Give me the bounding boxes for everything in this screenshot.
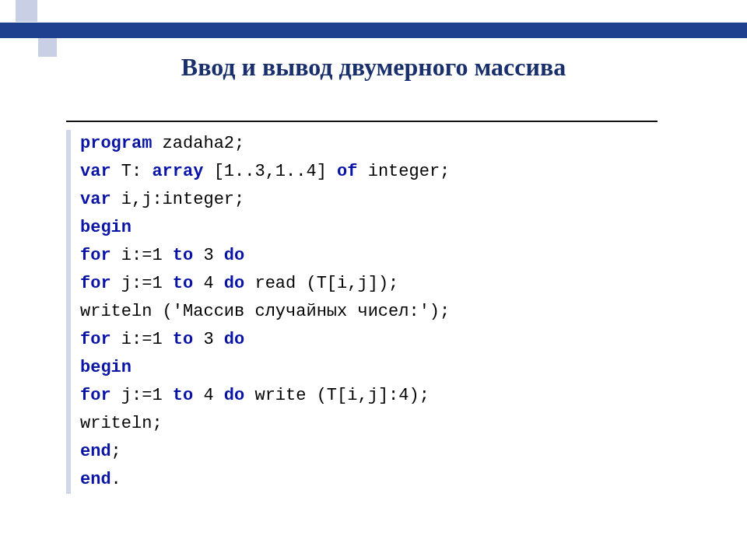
slide: Ввод и вывод двумерного массива program … bbox=[0, 0, 747, 560]
keyword-array: array bbox=[152, 162, 203, 181]
keyword-begin: begin bbox=[80, 358, 132, 377]
code-text: [1..3,1..4] bbox=[203, 162, 337, 181]
keyword-to: to bbox=[173, 274, 193, 293]
code-text: . bbox=[111, 470, 121, 489]
code-text: j:=1 bbox=[111, 274, 173, 293]
code-text: 3 bbox=[193, 246, 224, 265]
code-text: read (T[i,j]); bbox=[244, 274, 398, 293]
code-text: ; bbox=[111, 442, 121, 461]
keyword-begin: begin bbox=[80, 218, 132, 237]
keyword-for: for bbox=[80, 386, 111, 405]
keyword-of: of bbox=[337, 162, 357, 181]
keyword-do: do bbox=[224, 274, 244, 293]
code-text: i:=1 bbox=[111, 330, 173, 349]
code-text: writeln ('Массив случайных чисел:'); bbox=[80, 302, 450, 321]
code-text: 4 bbox=[193, 386, 224, 405]
keyword-for: for bbox=[80, 246, 111, 265]
code-text: 4 bbox=[193, 274, 224, 293]
keyword-program: program bbox=[80, 134, 152, 153]
code-text: write (T[i,j]:4); bbox=[244, 386, 430, 405]
code-container: program zadaha2; var T: array [1..3,1..4… bbox=[66, 121, 658, 494]
code-text: j:=1 bbox=[111, 386, 173, 405]
code-text: zadaha2; bbox=[152, 134, 244, 153]
code-text: writeln; bbox=[80, 414, 163, 433]
code-block: program zadaha2; var T: array [1..3,1..4… bbox=[66, 130, 658, 494]
decoration-square-upper bbox=[16, 0, 37, 22]
keyword-var: var bbox=[80, 190, 111, 209]
slide-title: Ввод и вывод двумерного массива bbox=[0, 53, 747, 82]
keyword-to: to bbox=[173, 246, 193, 265]
code-text: integer; bbox=[357, 162, 450, 181]
keyword-end: end bbox=[80, 442, 111, 461]
code-text: 3 bbox=[193, 330, 224, 349]
source-code: program zadaha2; var T: array [1..3,1..4… bbox=[80, 130, 658, 494]
keyword-for: for bbox=[80, 274, 111, 293]
keyword-for: for bbox=[80, 330, 111, 349]
code-text: i:=1 bbox=[111, 246, 173, 265]
decoration-top-bar bbox=[0, 23, 747, 38]
keyword-to: to bbox=[173, 386, 193, 405]
code-text: T: bbox=[111, 162, 153, 181]
keyword-do: do bbox=[224, 330, 244, 349]
keyword-var: var bbox=[80, 162, 111, 181]
keyword-to: to bbox=[173, 330, 193, 349]
keyword-end: end bbox=[80, 470, 111, 489]
keyword-do: do bbox=[224, 246, 244, 265]
code-text: i,j:integer; bbox=[111, 190, 245, 209]
keyword-do: do bbox=[224, 386, 244, 405]
